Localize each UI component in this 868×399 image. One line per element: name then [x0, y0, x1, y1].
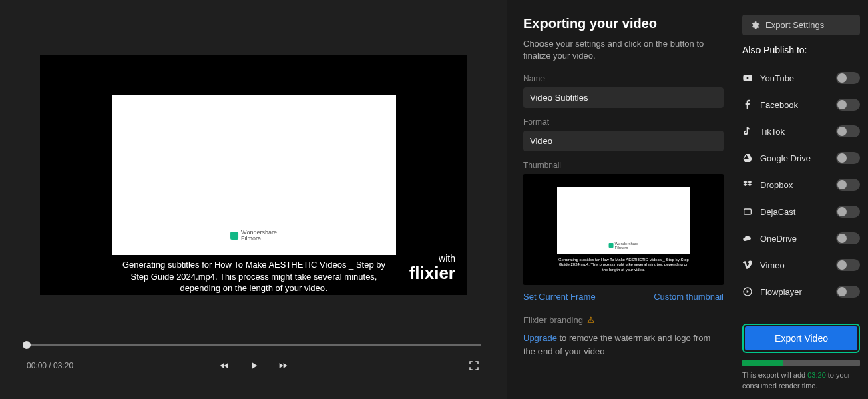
gear-icon — [750, 21, 760, 30]
thumbnail-preview: Wondershare Filmora Generating subtitles… — [523, 174, 724, 285]
vimeo-icon — [742, 260, 753, 270]
upgrade-link[interactable]: Upgrade — [523, 333, 557, 343]
toggle-youtube[interactable] — [836, 72, 860, 84]
playback-buttons — [218, 359, 290, 372]
dejacast-icon — [742, 206, 753, 217]
publish-row-tiktok: TikTok — [742, 118, 860, 145]
toggle-dropbox[interactable] — [836, 179, 860, 191]
video-preview-panel: Wondershare Filmora Generating subtitles… — [0, 0, 507, 399]
scrub-thumb[interactable] — [23, 341, 31, 349]
facebook-icon — [742, 99, 753, 110]
toggle-vimeo[interactable] — [836, 259, 860, 271]
subtitle-overlay: Generating subtitles for How To Make AES… — [110, 255, 397, 294]
format-field-group: Format Video — [523, 117, 724, 151]
export-description: Choose your settings and click on the bu… — [523, 38, 724, 62]
scrub-track — [27, 344, 481, 346]
play-button[interactable] — [247, 359, 260, 372]
time-display: 00:00 / 03:20 — [27, 361, 73, 370]
name-field-group: Name — [523, 74, 724, 108]
publish-list: YouTube Facebook TikTok Google Drive Dro… — [742, 65, 860, 316]
thumbnail-label: Thumbnail — [523, 161, 724, 170]
flixier-brand-overlay: with flixier — [409, 254, 455, 282]
also-publish-label: Also Publish to: — [742, 45, 860, 55]
play-icon — [248, 360, 260, 372]
fullscreen-button[interactable] — [467, 359, 481, 372]
flowplayer-icon — [742, 286, 753, 297]
toggle-flowplayer[interactable] — [836, 286, 860, 298]
toggle-google-drive[interactable] — [836, 152, 860, 164]
export-panel: Exporting your video Choose your setting… — [507, 0, 734, 399]
export-button-highlight: Export Video — [742, 324, 860, 353]
export-note: This export will add 03:20 to your consu… — [742, 370, 860, 391]
publish-label: OneDrive — [760, 234, 829, 244]
name-input[interactable] — [523, 87, 724, 108]
publish-label: DejaCast — [760, 207, 829, 217]
export-time-value: 03:20 — [807, 371, 826, 379]
rewind-icon — [219, 360, 230, 371]
publish-row-dejacast: DejaCast — [742, 198, 860, 225]
forward-icon — [278, 360, 288, 371]
thumbnail-links: Set Current Frame Custom thumbnail — [523, 292, 724, 302]
toggle-dejacast[interactable] — [836, 206, 860, 218]
render-progress-bar — [742, 360, 860, 366]
branding-row: Flixier branding ⚠ — [523, 315, 724, 325]
name-label: Name — [523, 74, 724, 83]
export-video-button[interactable]: Export Video — [745, 326, 857, 350]
svg-rect-0 — [744, 209, 752, 214]
publish-row-flowplayer: Flowplayer — [742, 278, 860, 305]
publish-label: Dropbox — [760, 180, 829, 190]
toggle-tiktok[interactable] — [836, 125, 860, 137]
tiktok-icon — [742, 126, 753, 137]
format-label: Format — [523, 117, 724, 127]
thumb-filmora-icon — [609, 243, 614, 248]
publish-row-youtube: YouTube — [742, 65, 860, 91]
publish-row-dropbox: Dropbox — [742, 171, 860, 198]
brand-with-text: with — [409, 254, 455, 263]
thumbnail-subtitle-text: Generating subtitles for How To Make AES… — [557, 258, 690, 273]
toggle-onedrive[interactable] — [836, 232, 860, 244]
thumbnail-group: Thumbnail Wondershare Filmora Generating… — [523, 161, 724, 302]
filmora-icon — [230, 232, 238, 240]
onedrive-icon — [742, 233, 753, 244]
publish-sidebar: Export Settings Also Publish to: YouTube… — [734, 0, 868, 399]
player-controls: 00:00 / 03:20 — [0, 350, 507, 399]
scrub-bar[interactable] — [27, 343, 481, 347]
filmora-watermark: Wondershare Filmora — [230, 230, 277, 242]
publish-label: Vimeo — [760, 260, 829, 270]
format-select[interactable]: Video — [523, 131, 724, 151]
video-inner-content: Wondershare Filmora — [112, 95, 396, 255]
preview-container: Wondershare Filmora Generating subtitles… — [0, 0, 507, 323]
brand-name: flixier — [409, 263, 455, 283]
publish-row-onedrive: OneDrive — [742, 225, 860, 252]
export-settings-button[interactable]: Export Settings — [742, 15, 860, 35]
upgrade-text: Upgrade to remove the watermark and logo… — [523, 332, 724, 358]
publish-row-facebook: Facebook — [742, 91, 860, 118]
toggle-facebook[interactable] — [836, 99, 860, 111]
export-title: Exporting your video — [523, 16, 724, 31]
thumbnail-inner: Wondershare Filmora — [557, 187, 690, 254]
video-frame: Wondershare Filmora Generating subtitles… — [40, 55, 467, 295]
fullscreen-icon — [468, 360, 480, 372]
rewind-button[interactable] — [218, 359, 231, 372]
watermark-label: Wondershare Filmora — [241, 230, 277, 242]
warn-icon: ⚠ — [587, 315, 595, 325]
publish-row-google-drive: Google Drive — [742, 145, 860, 171]
publish-label: Facebook — [760, 100, 829, 110]
thumb-filmora-watermark: Wondershare Filmora — [609, 242, 639, 250]
forward-button[interactable] — [276, 359, 290, 372]
custom-thumbnail-link[interactable]: Custom thumbnail — [654, 292, 724, 302]
set-current-frame-link[interactable]: Set Current Frame — [523, 292, 596, 302]
publish-label: TikTok — [760, 127, 829, 137]
export-settings-label: Export Settings — [765, 20, 824, 30]
publish-label: Flowplayer — [760, 287, 829, 297]
publish-row-vimeo: Vimeo — [742, 252, 860, 278]
youtube-icon — [742, 73, 753, 83]
dropbox-icon — [742, 179, 753, 190]
publish-label: Google Drive — [760, 153, 829, 163]
google-drive-icon — [742, 153, 753, 163]
branding-label: Flixier branding — [523, 315, 583, 325]
render-progress-fill — [742, 360, 783, 366]
publish-label: YouTube — [760, 73, 829, 83]
